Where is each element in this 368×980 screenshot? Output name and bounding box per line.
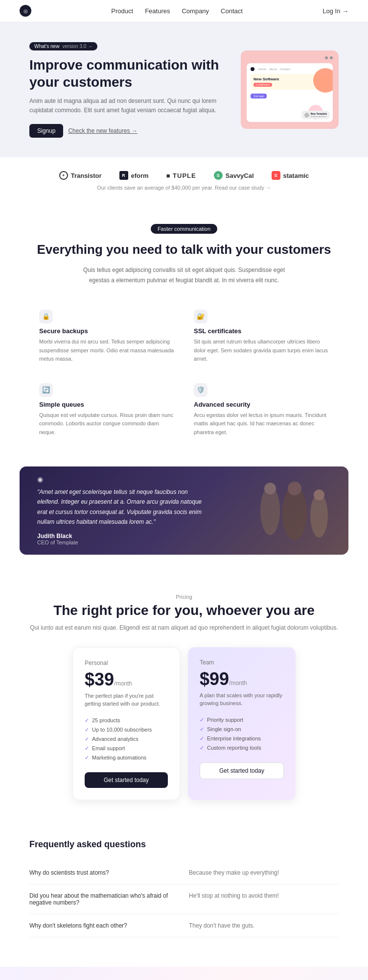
case-study-link[interactable]: Read our case study → — [215, 185, 271, 191]
pricing-tagline: A plan that scales with your rapidly gro… — [200, 691, 284, 708]
pricing-price: $99/month — [200, 669, 284, 689]
logos-caption: Our clients save an average of $40,000 p… — [29, 185, 339, 191]
faq-item-3[interactable]: Why don't skeletons fight each other? Th… — [29, 914, 339, 937]
pricing-tagline: The perfect plan if you're just getting … — [85, 692, 168, 708]
faq-answer: He'll stop at nothing to avoid them! — [189, 892, 339, 906]
feature-desc: Quisque est vel vulputate cursus. Risus … — [39, 411, 174, 437]
faq-question: Why don't skeletons fight each other? — [29, 922, 179, 929]
hero-section: What's new version 3.0 → Improve communi… — [0, 22, 368, 157]
hero-mockup: HomeAboutContact New Software COMPANY Ge… — [241, 50, 339, 129]
pricing-feature: ✓ Single sign-on — [200, 725, 284, 734]
nav-contact[interactable]: Contact — [221, 7, 243, 15]
svg-point-1 — [264, 483, 276, 494]
faq-item-1[interactable]: Why do scientists trust atoms? Because t… — [29, 861, 339, 884]
features-badge: Faster communication — [151, 224, 217, 234]
pricing-feature: ✓ Email support — [85, 744, 168, 753]
logos-section: + Transistor R eform ■ TUPLE S SavvyCal … — [0, 157, 368, 204]
pricing-desc: Qui iunto aut est earum nisi quae. Elige… — [29, 623, 339, 633]
hero-title: Improve communication with your customer… — [29, 56, 226, 91]
pricing-plan-name: Personal — [85, 660, 168, 666]
faq-question: Did you hear about the mathematician who… — [29, 892, 179, 906]
faq-title: Frequently asked questions — [29, 839, 339, 850]
faq-answer: Because they make up everything! — [189, 869, 339, 876]
features-title: Everything you need to talk with your cu… — [29, 242, 339, 258]
pricing-plan-name: Team — [200, 659, 284, 666]
pricing-feature: ✓ 25 products — [85, 716, 168, 725]
pricing-card-personal: Personal $39/month The perfect plan if y… — [72, 647, 180, 800]
nav-links: Product Features Company Contact — [111, 7, 243, 15]
feature-desc: Sit quis amet rutrum tellus ullamcorper … — [194, 338, 329, 364]
logo-savvycal: S SavvyCal — [214, 171, 254, 180]
feature-title: Simple queues — [39, 401, 174, 408]
features-section: Faster communication Everything you need… — [0, 204, 368, 466]
nav-logo[interactable] — [20, 5, 31, 17]
logo-reform: R eform — [119, 171, 149, 180]
hero-signup-button[interactable]: Signup — [29, 124, 63, 138]
nav-company[interactable]: Company — [182, 7, 209, 15]
nav-login[interactable]: Log In → — [322, 7, 348, 15]
pricing-personal-cta[interactable]: Get started today — [85, 772, 168, 788]
svg-point-5 — [314, 490, 324, 500]
pricing-feature: ✓ Advanced analytics — [85, 735, 168, 744]
pricing-feature: ✓ Enterprise integrations — [200, 734, 284, 743]
pricing-price: $39/month — [85, 669, 168, 690]
logo-statamic: S statamic — [272, 171, 309, 180]
pricing-card-team: Team $99/month A plan that scales with y… — [188, 647, 296, 800]
feature-secure-backups: 🔒 Secure backups Morbi viverra dui mi ar… — [29, 300, 184, 373]
faq-section: Frequently asked questions Why do scient… — [0, 820, 368, 957]
pricing-section: Pricing The right price for you, whoever… — [0, 574, 368, 820]
hero-features-link[interactable]: Check the new features → — [68, 127, 137, 134]
feature-title: Advanced security — [194, 401, 329, 408]
pricing-label: Pricing — [29, 594, 339, 600]
cta-section: Boost your productivity, start using our… — [0, 967, 368, 980]
pricing-feature: ✓ Marketing automations — [85, 753, 168, 762]
testimonial-text: "Amet amet eget scelerisque tellus sit n… — [37, 487, 204, 527]
feature-title: Secure backups — [39, 327, 174, 335]
pricing-title: The right price for you, whoever you are — [29, 603, 339, 618]
pricing-team-cta[interactable]: Get started today — [200, 762, 284, 779]
nav-features[interactable]: Features — [145, 7, 170, 15]
features-desc: Quis tellus eget adipiscing convallis si… — [81, 265, 287, 285]
feature-desc: Morbi viverra dui mi arcu sed. Tellus se… — [39, 338, 174, 364]
faq-item-2[interactable]: Did you hear about the mathematician who… — [29, 884, 339, 914]
nav-product[interactable]: Product — [111, 7, 133, 15]
feature-ssl: 🔐 SSL certificates Sit quis amet rutrum … — [184, 300, 339, 373]
logo-tuple: ■ TUPLE — [166, 172, 196, 179]
logo-transistor: + Transistor — [59, 171, 102, 180]
hero-description: Anim aute id magna aliqua ad ad non dese… — [29, 97, 226, 115]
faq-answer: They don't have the guts. — [189, 922, 339, 929]
faq-question: Why do scientists trust atoms? — [29, 869, 179, 876]
pricing-feature: ✓ Priority support — [200, 715, 284, 725]
hero-badge: What's new version 3.0 → — [29, 42, 97, 50]
feature-title: SSL certificates — [194, 327, 329, 335]
feature-queues: 🔄 Simple queues Quisque est vel vulputat… — [29, 373, 184, 447]
testimonial-section: ◉ "Amet amet eget scelerisque tellus sit… — [20, 466, 348, 555]
feature-desc: Arcu egestas dolor vel lectus in ipsum m… — [194, 411, 329, 437]
pricing-feature: ✓ Custom reporting tools — [200, 743, 284, 753]
feature-security: 🛡️ Advanced security Arcu egestas dolor … — [184, 373, 339, 447]
pricing-feature: ✓ Up to 10,000 subscribers — [85, 725, 168, 735]
svg-point-3 — [288, 482, 301, 495]
